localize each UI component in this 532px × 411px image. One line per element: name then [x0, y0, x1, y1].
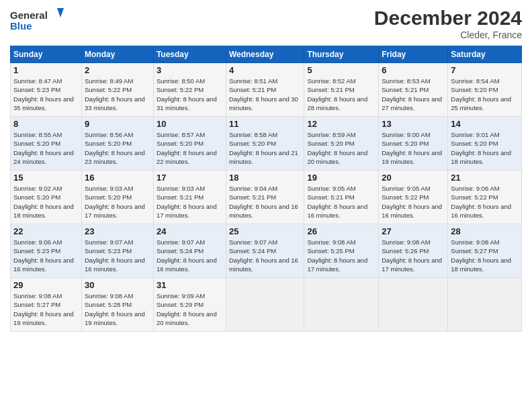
title-block: December 2024 Cleder, France [374, 7, 522, 40]
day-number: 14 [451, 119, 519, 129]
table-row: 20 Sunrise: 9:05 AM Sunset: 5:22 PM Dayl… [379, 171, 448, 224]
header-row: Sunday Monday Tuesday Wednesday Thursday… [11, 46, 522, 63]
table-row [304, 278, 379, 332]
table-row: 23 Sunrise: 9:07 AM Sunset: 5:23 PM Dayl… [82, 224, 154, 278]
col-tuesday: Tuesday [153, 46, 226, 63]
table-row [379, 278, 448, 332]
day-number: 18 [229, 173, 301, 183]
col-saturday: Saturday [448, 46, 522, 63]
day-info: Sunrise: 9:07 AM Sunset: 5:24 PM Dayligh… [229, 238, 301, 273]
table-row: 14 Sunrise: 9:01 AM Sunset: 5:20 PM Dayl… [448, 117, 522, 171]
table-row: 6 Sunrise: 8:53 AM Sunset: 5:21 PM Dayli… [379, 63, 448, 117]
col-sunday: Sunday [11, 46, 82, 63]
page-container: General Blue December 2024 Cleder, Franc… [0, 0, 532, 338]
logo-svg: General Blue [10, 7, 64, 34]
day-number: 12 [307, 119, 375, 129]
day-info: Sunrise: 8:53 AM Sunset: 5:21 PM Dayligh… [382, 77, 445, 112]
day-number: 13 [382, 119, 445, 129]
table-row: 7 Sunrise: 8:54 AM Sunset: 5:20 PM Dayli… [448, 63, 522, 117]
day-info: Sunrise: 8:47 AM Sunset: 5:23 PM Dayligh… [13, 77, 79, 112]
day-number: 17 [157, 173, 223, 183]
day-info: Sunrise: 9:05 AM Sunset: 5:22 PM Dayligh… [382, 184, 445, 220]
day-info: Sunrise: 8:59 AM Sunset: 5:20 PM Dayligh… [307, 130, 375, 166]
day-info: Sunrise: 8:52 AM Sunset: 5:21 PM Dayligh… [307, 77, 375, 112]
day-number: 21 [451, 173, 519, 183]
day-info: Sunrise: 9:08 AM Sunset: 5:25 PM Dayligh… [307, 238, 375, 273]
day-number: 1 [13, 65, 79, 75]
table-row: 17 Sunrise: 9:03 AM Sunset: 5:21 PM Dayl… [153, 171, 226, 224]
day-info: Sunrise: 9:04 AM Sunset: 5:21 PM Dayligh… [229, 184, 301, 220]
month-title: December 2024 [374, 7, 522, 30]
day-info: Sunrise: 8:58 AM Sunset: 5:20 PM Dayligh… [229, 130, 301, 166]
day-info: Sunrise: 9:08 AM Sunset: 5:27 PM Dayligh… [13, 291, 79, 327]
calendar-row: 15 Sunrise: 9:02 AM Sunset: 5:20 PM Dayl… [11, 171, 522, 224]
calendar-table: Sunday Monday Tuesday Wednesday Thursday… [10, 46, 522, 332]
table-row: 12 Sunrise: 8:59 AM Sunset: 5:20 PM Dayl… [304, 117, 379, 171]
day-info: Sunrise: 8:51 AM Sunset: 5:21 PM Dayligh… [229, 77, 301, 112]
table-row: 30 Sunrise: 9:08 AM Sunset: 5:28 PM Dayl… [82, 278, 154, 332]
day-info: Sunrise: 9:03 AM Sunset: 5:20 PM Dayligh… [85, 184, 150, 220]
day-info: Sunrise: 9:06 AM Sunset: 5:22 PM Dayligh… [451, 184, 519, 220]
table-row: 31 Sunrise: 9:09 AM Sunset: 5:29 PM Dayl… [153, 278, 226, 332]
calendar-row: 22 Sunrise: 9:06 AM Sunset: 5:23 PM Dayl… [11, 224, 522, 278]
day-number: 26 [307, 226, 375, 236]
calendar-row: 29 Sunrise: 9:08 AM Sunset: 5:27 PM Dayl… [11, 278, 522, 332]
day-number: 8 [13, 119, 79, 129]
logo: General Blue [10, 7, 64, 34]
day-number: 16 [85, 173, 150, 183]
table-row: 15 Sunrise: 9:02 AM Sunset: 5:20 PM Dayl… [11, 171, 82, 224]
day-info: Sunrise: 9:07 AM Sunset: 5:24 PM Dayligh… [157, 238, 223, 273]
table-row: 10 Sunrise: 8:57 AM Sunset: 5:20 PM Dayl… [153, 117, 226, 171]
day-number: 3 [157, 65, 223, 75]
table-row: 22 Sunrise: 9:06 AM Sunset: 5:23 PM Dayl… [11, 224, 82, 278]
day-info: Sunrise: 8:55 AM Sunset: 5:20 PM Dayligh… [13, 130, 79, 166]
table-row: 24 Sunrise: 9:07 AM Sunset: 5:24 PM Dayl… [153, 224, 226, 278]
day-number: 29 [13, 280, 79, 290]
table-row: 19 Sunrise: 9:05 AM Sunset: 5:21 PM Dayl… [304, 171, 379, 224]
day-info: Sunrise: 9:08 AM Sunset: 5:26 PM Dayligh… [382, 238, 445, 273]
header: General Blue December 2024 Cleder, Franc… [10, 7, 522, 40]
day-info: Sunrise: 9:08 AM Sunset: 5:27 PM Dayligh… [451, 238, 519, 273]
day-number: 27 [382, 226, 445, 236]
day-info: Sunrise: 9:00 AM Sunset: 5:20 PM Dayligh… [382, 130, 445, 166]
svg-marker-2 [57, 8, 64, 17]
table-row: 11 Sunrise: 8:58 AM Sunset: 5:20 PM Dayl… [226, 117, 304, 171]
day-info: Sunrise: 8:54 AM Sunset: 5:20 PM Dayligh… [451, 77, 519, 112]
day-number: 2 [85, 65, 150, 75]
table-row: 21 Sunrise: 9:06 AM Sunset: 5:22 PM Dayl… [448, 171, 522, 224]
day-info: Sunrise: 9:09 AM Sunset: 5:29 PM Dayligh… [157, 291, 223, 327]
day-info: Sunrise: 8:57 AM Sunset: 5:20 PM Dayligh… [157, 130, 223, 166]
day-number: 28 [451, 226, 519, 236]
table-row: 9 Sunrise: 8:56 AM Sunset: 5:20 PM Dayli… [82, 117, 154, 171]
day-number: 15 [13, 173, 79, 183]
day-number: 24 [157, 226, 223, 236]
day-number: 6 [382, 65, 445, 75]
day-number: 31 [157, 280, 223, 290]
day-number: 20 [382, 173, 445, 183]
day-number: 10 [157, 119, 223, 129]
table-row: 2 Sunrise: 8:49 AM Sunset: 5:22 PM Dayli… [82, 63, 154, 117]
day-number: 19 [307, 173, 375, 183]
calendar-row: 8 Sunrise: 8:55 AM Sunset: 5:20 PM Dayli… [11, 117, 522, 171]
day-info: Sunrise: 9:08 AM Sunset: 5:28 PM Dayligh… [85, 291, 150, 327]
table-row: 13 Sunrise: 9:00 AM Sunset: 5:20 PM Dayl… [379, 117, 448, 171]
col-monday: Monday [82, 46, 154, 63]
calendar-row: 1 Sunrise: 8:47 AM Sunset: 5:23 PM Dayli… [11, 63, 522, 117]
svg-text:Blue: Blue [10, 20, 32, 32]
day-info: Sunrise: 8:56 AM Sunset: 5:20 PM Dayligh… [85, 130, 150, 166]
day-info: Sunrise: 8:49 AM Sunset: 5:22 PM Dayligh… [85, 77, 150, 112]
day-number: 9 [85, 119, 150, 129]
day-info: Sunrise: 9:03 AM Sunset: 5:21 PM Dayligh… [157, 184, 223, 220]
svg-text:General: General [10, 9, 48, 21]
col-friday: Friday [379, 46, 448, 63]
location-subtitle: Cleder, France [374, 30, 522, 40]
table-row: 18 Sunrise: 9:04 AM Sunset: 5:21 PM Dayl… [226, 171, 304, 224]
table-row: 27 Sunrise: 9:08 AM Sunset: 5:26 PM Dayl… [379, 224, 448, 278]
day-number: 25 [229, 226, 301, 236]
col-thursday: Thursday [304, 46, 379, 63]
col-wednesday: Wednesday [226, 46, 304, 63]
table-row: 28 Sunrise: 9:08 AM Sunset: 5:27 PM Dayl… [448, 224, 522, 278]
day-info: Sunrise: 9:07 AM Sunset: 5:23 PM Dayligh… [85, 238, 150, 273]
table-row: 1 Sunrise: 8:47 AM Sunset: 5:23 PM Dayli… [11, 63, 82, 117]
day-number: 7 [451, 65, 519, 75]
